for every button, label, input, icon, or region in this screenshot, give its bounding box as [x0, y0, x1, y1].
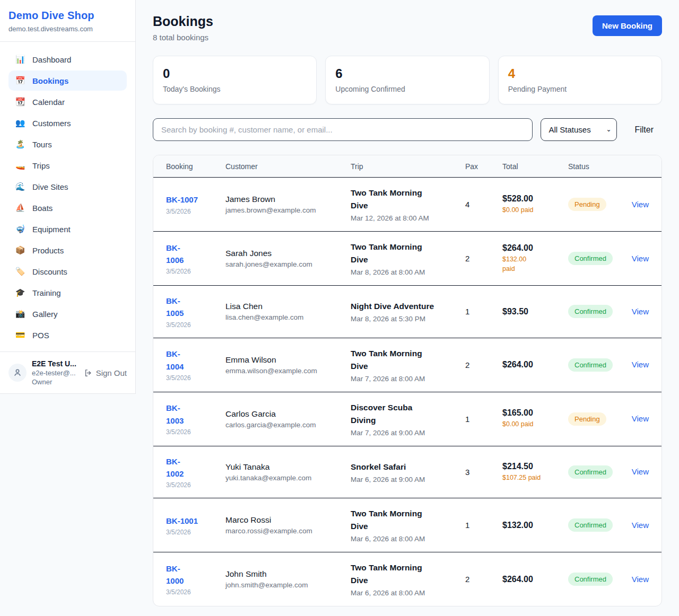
- trip-datetime: Mar 7, 2026 at 9:00 AM: [351, 429, 465, 437]
- trip-name: Snorkel Safari: [351, 461, 465, 473]
- booking-id-link[interactable]: BK- 1006: [166, 243, 184, 265]
- total-amount: $165.00: [502, 408, 568, 418]
- col-header-total: Total: [502, 162, 568, 171]
- status-select[interactable]: All Statuses: [541, 118, 617, 141]
- view-link[interactable]: View: [632, 467, 649, 476]
- sidebar-item-training[interactable]: 🎓Training: [8, 283, 127, 303]
- discounts-icon: 🏷️: [15, 267, 25, 276]
- stat-value: 0: [163, 66, 307, 81]
- avatar: [8, 364, 27, 382]
- sign-out-icon: [84, 368, 93, 377]
- customer-name: Carlos Garcia: [225, 409, 351, 419]
- paid-amount: $0.00 paid: [502, 206, 568, 215]
- booking-id-link[interactable]: BK- 1004: [166, 349, 184, 371]
- customer-cell: Carlos Garcia carlos.garcia@example.com: [225, 409, 351, 429]
- sidebar-item-equipment[interactable]: 🤿Equipment: [8, 219, 127, 239]
- status-badge: Confirmed: [568, 252, 613, 265]
- page-title: Bookings: [153, 14, 213, 29]
- filter-button[interactable]: Filter: [625, 125, 662, 135]
- search-input[interactable]: [153, 118, 533, 141]
- booking-date: 3/5/2026: [166, 428, 225, 436]
- trips-icon: 🚤: [15, 161, 25, 170]
- view-link[interactable]: View: [632, 307, 649, 316]
- trip-cell: Snorkel Safari Mar 6, 2026 at 9:00 AM: [351, 461, 465, 483]
- sidebar-item-trips[interactable]: 🚤Trips: [8, 155, 127, 175]
- gallery-icon: 📸: [15, 309, 25, 319]
- customer-cell: John Smith john.smith@example.com: [225, 569, 351, 589]
- main-content: Bookings 8 total bookings New Booking 0 …: [136, 0, 679, 616]
- total-amount: $93.50: [502, 307, 568, 316]
- status-cell: Confirmed: [568, 573, 626, 586]
- sidebar-item-calendar[interactable]: 📆Calendar: [8, 92, 127, 112]
- customer-email: marco.rossi@example.com: [225, 527, 351, 535]
- customer-cell: Yuki Tanaka yuki.tanaka@example.com: [225, 462, 351, 482]
- total-cell: $214.50 $107.25 paid: [502, 462, 568, 483]
- sidebar-item-dashboard[interactable]: 📊Dashboard: [8, 49, 127, 69]
- status-badge: Confirmed: [568, 305, 613, 318]
- sidebar: Demo Dive Shop demo.test.divestreams.com…: [0, 0, 136, 394]
- booking-id-link[interactable]: BK- 1000: [166, 564, 184, 585]
- table-row: BK- 1006 3/5/2026 Sarah Jones sarah.jone…: [153, 232, 661, 286]
- new-booking-button[interactable]: New Booking: [593, 15, 662, 36]
- user-name: E2E Test U...: [32, 359, 76, 368]
- sidebar-item-label: Calendar: [32, 98, 65, 107]
- sidebar-item-boats[interactable]: ⛵Boats: [8, 198, 127, 218]
- table-row: BK-1001 3/5/2026 Marco Rossi marco.rossi…: [153, 498, 661, 552]
- table-header-row: Booking Customer Trip Pax Total Status: [153, 155, 661, 178]
- view-link[interactable]: View: [632, 200, 649, 209]
- col-header-customer: Customer: [225, 162, 351, 171]
- sidebar-item-pos[interactable]: 💳POS: [8, 325, 127, 345]
- booking-id-link[interactable]: BK- 1005: [166, 296, 184, 318]
- customer-email: john.smith@example.com: [225, 581, 351, 589]
- pax-cell: 2: [465, 575, 502, 584]
- sidebar-item-gallery[interactable]: 📸Gallery: [8, 304, 127, 324]
- total-cell: $165.00 $0.00 paid: [502, 408, 568, 429]
- sidebar-user-footer: E2E Test U... e2e-tester@... Owner Sign …: [0, 351, 135, 393]
- tours-icon: 🏝️: [15, 139, 25, 149]
- sidebar-nav: 📊Dashboard📅Bookings📆Calendar👥Customers🏝️…: [0, 42, 135, 351]
- stat-card-upcoming-confirmed: 6 Upcoming Confirmed: [325, 56, 489, 104]
- view-link[interactable]: View: [632, 360, 649, 369]
- pax-cell: 2: [465, 254, 502, 263]
- col-header-trip: Trip: [351, 162, 465, 171]
- booking-cell: BK- 1000 3/5/2026: [166, 562, 225, 596]
- table-row: BK- 1002 3/5/2026 Yuki Tanaka yuki.tanak…: [153, 446, 661, 499]
- booking-id-link[interactable]: BK- 1002: [166, 457, 184, 478]
- booking-id-link[interactable]: BK-1007: [166, 195, 198, 204]
- sidebar-item-products[interactable]: 📦Products: [8, 240, 127, 260]
- trip-name: Two Tank Morning Dive: [351, 561, 465, 587]
- view-link[interactable]: View: [632, 414, 649, 423]
- customers-icon: 👥: [15, 118, 25, 128]
- customer-name: John Smith: [225, 569, 351, 579]
- customer-name: Emma Wilson: [225, 355, 351, 365]
- booking-date: 3/5/2026: [166, 481, 225, 489]
- status-cell: Confirmed: [568, 358, 626, 372]
- sidebar-item-dive-sites[interactable]: 🌊Dive Sites: [8, 177, 127, 197]
- customer-cell: Lisa Chen lisa.chen@example.com: [225, 302, 351, 321]
- pax-cell: 3: [465, 468, 502, 477]
- trip-name: Two Tank Morning Dive: [351, 507, 465, 533]
- customer-cell: James Brown james.brown@example.com: [225, 195, 351, 214]
- sign-out-button[interactable]: Sign Out: [84, 368, 127, 377]
- sidebar-item-label: Dive Sites: [32, 182, 68, 191]
- customer-email: sarah.jones@example.com: [225, 260, 351, 268]
- booking-id-link[interactable]: BK-1001: [166, 516, 198, 525]
- booking-cell: BK- 1005 3/5/2026: [166, 295, 225, 329]
- sidebar-item-customers[interactable]: 👥Customers: [8, 113, 127, 133]
- view-link[interactable]: View: [632, 254, 649, 263]
- trip-name: Night Dive Adventure: [351, 300, 465, 313]
- view-link[interactable]: View: [632, 521, 649, 530]
- trip-name: Two Tank Morning Dive: [351, 187, 465, 212]
- trip-cell: Two Tank Morning Dive Mar 6, 2026 at 8:0…: [351, 507, 465, 543]
- sidebar-item-bookings[interactable]: 📅Bookings: [8, 71, 127, 91]
- user-role: Owner: [32, 378, 76, 386]
- page-header: Bookings 8 total bookings New Booking: [153, 14, 662, 42]
- sidebar-item-label: Dashboard: [32, 55, 71, 64]
- booking-id-link[interactable]: BK- 1003: [166, 403, 184, 425]
- view-link[interactable]: View: [632, 575, 649, 584]
- sidebar-item-discounts[interactable]: 🏷️Discounts: [8, 261, 127, 281]
- sidebar-item-tours[interactable]: 🏝️Tours: [8, 134, 127, 154]
- pax-cell: 1: [465, 307, 502, 316]
- sidebar-item-label: POS: [32, 331, 49, 340]
- bookings-icon: 📅: [15, 76, 25, 85]
